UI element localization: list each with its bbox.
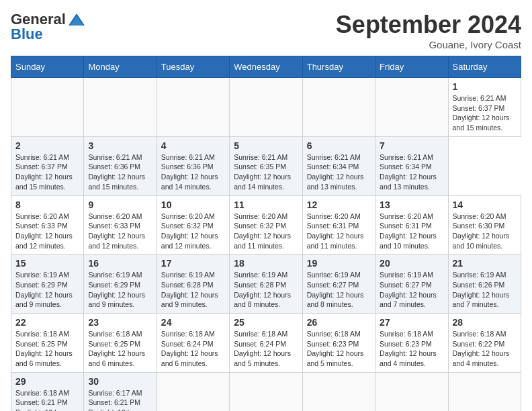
title-section: September 2024 Gouane, Ivory Coast xyxy=(336,11,521,50)
calendar-cell: 12Sunrise: 6:20 AMSunset: 6:31 PMDayligh… xyxy=(302,195,375,255)
calendar-cell: 5Sunrise: 6:21 AMSunset: 6:35 PMDaylight… xyxy=(230,136,302,195)
calendar-cell-empty xyxy=(302,78,375,137)
calendar-cell: 30Sunrise: 6:17 AMSunset: 6:21 PMDayligh… xyxy=(84,372,157,411)
calendar-table: SundayMondayTuesdayWednesdayThursdayFrid… xyxy=(11,56,521,411)
logo-icon xyxy=(67,12,86,27)
calendar-header-cell: Tuesday xyxy=(157,56,229,78)
calendar-row: 2Sunrise: 6:21 AMSunset: 6:37 PMDaylight… xyxy=(11,136,521,195)
logo: General Blue xyxy=(11,11,86,43)
calendar-cell: 9Sunrise: 6:20 AMSunset: 6:33 PMDaylight… xyxy=(84,195,157,255)
calendar-header-cell: Monday xyxy=(84,56,157,78)
calendar-cell-empty xyxy=(448,372,521,411)
calendar-header-cell: Friday xyxy=(375,56,448,78)
calendar-cell: 7Sunrise: 6:21 AMSunset: 6:34 PMDaylight… xyxy=(375,136,448,195)
calendar-cell: 11Sunrise: 6:20 AMSunset: 6:32 PMDayligh… xyxy=(230,195,302,255)
calendar-cell: 21Sunrise: 6:19 AMSunset: 6:26 PMDayligh… xyxy=(448,255,521,314)
calendar-header-cell: Sunday xyxy=(11,56,84,78)
calendar-cell-empty xyxy=(157,372,229,411)
calendar-row: 1Sunrise: 6:21 AMSunset: 6:37 PMDaylight… xyxy=(11,78,521,137)
calendar-cell: 25Sunrise: 6:18 AMSunset: 6:24 PMDayligh… xyxy=(230,314,302,373)
calendar-cell: 2Sunrise: 6:21 AMSunset: 6:37 PMDaylight… xyxy=(11,136,84,195)
calendar-row: 8Sunrise: 6:20 AMSunset: 6:33 PMDaylight… xyxy=(11,195,521,255)
location: Gouane, Ivory Coast xyxy=(336,39,521,50)
calendar-cell: 28Sunrise: 6:18 AMSunset: 6:22 PMDayligh… xyxy=(448,314,521,373)
calendar-row: 22Sunrise: 6:18 AMSunset: 6:25 PMDayligh… xyxy=(11,314,521,373)
month-title: September 2024 xyxy=(336,11,521,39)
calendar-cell: 19Sunrise: 6:19 AMSunset: 6:27 PMDayligh… xyxy=(302,255,375,314)
calendar-cell: 13Sunrise: 6:20 AMSunset: 6:31 PMDayligh… xyxy=(375,195,448,255)
calendar-header-cell: Wednesday xyxy=(230,56,302,78)
calendar-cell: 16Sunrise: 6:19 AMSunset: 6:29 PMDayligh… xyxy=(84,255,157,314)
calendar-cell: 10Sunrise: 6:20 AMSunset: 6:32 PMDayligh… xyxy=(157,195,229,255)
calendar-cell: 23Sunrise: 6:18 AMSunset: 6:25 PMDayligh… xyxy=(84,314,157,373)
calendar-cell: 17Sunrise: 6:19 AMSunset: 6:28 PMDayligh… xyxy=(157,255,229,314)
calendar-cell-empty xyxy=(375,372,448,411)
calendar-cell: 18Sunrise: 6:19 AMSunset: 6:28 PMDayligh… xyxy=(230,255,302,314)
calendar-cell-empty xyxy=(230,78,302,137)
calendar-cell-empty xyxy=(84,78,157,137)
calendar-cell-empty xyxy=(230,372,302,411)
calendar-header-row: SundayMondayTuesdayWednesdayThursdayFrid… xyxy=(11,56,521,78)
calendar-cell: 1Sunrise: 6:21 AMSunset: 6:37 PMDaylight… xyxy=(448,78,521,137)
calendar-row: 15Sunrise: 6:19 AMSunset: 6:29 PMDayligh… xyxy=(11,255,521,314)
calendar-body: 1Sunrise: 6:21 AMSunset: 6:37 PMDaylight… xyxy=(11,78,521,412)
calendar-cell-empty xyxy=(11,78,84,137)
calendar-row: 29Sunrise: 6:18 AMSunset: 6:21 PMDayligh… xyxy=(11,372,521,411)
calendar-cell-empty xyxy=(157,78,229,137)
calendar-cell: 26Sunrise: 6:18 AMSunset: 6:23 PMDayligh… xyxy=(302,314,375,373)
calendar-header-cell: Thursday xyxy=(302,56,375,78)
calendar-header-cell: Saturday xyxy=(448,56,521,78)
calendar-cell: 22Sunrise: 6:18 AMSunset: 6:25 PMDayligh… xyxy=(11,314,84,373)
calendar-cell: 20Sunrise: 6:19 AMSunset: 6:27 PMDayligh… xyxy=(375,255,448,314)
calendar-cell: 27Sunrise: 6:18 AMSunset: 6:23 PMDayligh… xyxy=(375,314,448,373)
page-header: General Blue September 2024 Gouane, Ivor… xyxy=(11,11,521,50)
calendar-cell: 24Sunrise: 6:18 AMSunset: 6:24 PMDayligh… xyxy=(157,314,229,373)
calendar-cell: 29Sunrise: 6:18 AMSunset: 6:21 PMDayligh… xyxy=(11,372,84,411)
calendar-cell: 3Sunrise: 6:21 AMSunset: 6:36 PMDaylight… xyxy=(84,136,157,195)
calendar-cell: 6Sunrise: 6:21 AMSunset: 6:34 PMDaylight… xyxy=(302,136,375,195)
calendar-cell: 14Sunrise: 6:20 AMSunset: 6:30 PMDayligh… xyxy=(448,195,521,255)
calendar-cell: 15Sunrise: 6:19 AMSunset: 6:29 PMDayligh… xyxy=(11,255,84,314)
calendar-cell-empty xyxy=(375,78,448,137)
calendar-cell-empty xyxy=(302,372,375,411)
calendar-cell: 4Sunrise: 6:21 AMSunset: 6:36 PMDaylight… xyxy=(157,136,229,195)
calendar-cell: 8Sunrise: 6:20 AMSunset: 6:33 PMDaylight… xyxy=(11,195,84,255)
logo-blue: Blue xyxy=(11,26,43,43)
